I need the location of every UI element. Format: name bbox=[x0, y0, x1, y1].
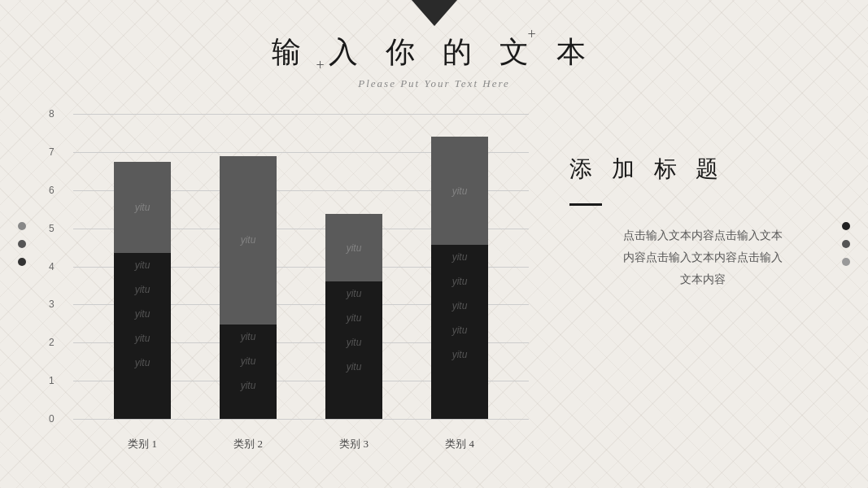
left-dot-3 bbox=[18, 258, 26, 266]
x-axis-label: 类别 2 bbox=[233, 437, 263, 451]
bar-group: yituyituyituyituyituyitu bbox=[114, 162, 171, 419]
yitu-watermark: yitu bbox=[135, 259, 150, 271]
page-title: 输 入 你 的 文 本 bbox=[0, 33, 868, 72]
left-dots bbox=[18, 222, 26, 266]
y-axis-label: 1 bbox=[49, 375, 55, 386]
y-axis-label: 4 bbox=[49, 261, 55, 272]
right-dot-2 bbox=[842, 240, 850, 248]
yitu-watermark: yitu bbox=[135, 333, 150, 344]
bar-stack: yituyituyituyituyituyitu bbox=[114, 162, 171, 419]
x-axis-label: 类别 1 bbox=[128, 437, 157, 451]
yitu-watermark: yitu bbox=[452, 276, 468, 287]
yitu-watermark: yitu bbox=[452, 300, 468, 312]
x-axis-label: 类别 4 bbox=[445, 437, 474, 451]
bar-bottom-segment: yituyituyituyituyitu bbox=[431, 245, 488, 419]
right-dots bbox=[842, 222, 850, 266]
bar-top-segment: yitu bbox=[220, 156, 277, 325]
bar-group: yituyituyituyituyitu bbox=[325, 214, 382, 419]
y-axis-label: 7 bbox=[49, 146, 55, 158]
yitu-watermark: yitu bbox=[347, 337, 362, 348]
y-axis-label: 5 bbox=[49, 223, 55, 234]
plus-decoration-2: + bbox=[316, 57, 325, 74]
title-underline bbox=[569, 203, 602, 206]
bar-bottom-segment: yituyituyitu bbox=[220, 325, 277, 419]
bar-group: yituyituyituyitu bbox=[220, 156, 277, 419]
right-panel: 添 加 标 题 点击输入文本内容点击输入文本内容点击输入文本内容点击输入文本内容 bbox=[537, 106, 835, 464]
bar-bottom-segment: yituyituyituyitu bbox=[325, 281, 382, 419]
x-axis-labels: 类别 1类别 2类别 3类别 4 bbox=[73, 437, 529, 451]
yitu-watermark: yitu bbox=[241, 331, 256, 342]
left-dot-2 bbox=[18, 240, 26, 248]
y-axis-label: 8 bbox=[49, 108, 55, 120]
yitu-watermark: yitu bbox=[135, 308, 150, 320]
yitu-watermark: yitu bbox=[135, 357, 150, 368]
right-dot-3 bbox=[842, 258, 850, 266]
yitu-watermark: yitu bbox=[347, 288, 362, 299]
bar-bottom-segment: yituyituyituyituyitu bbox=[114, 253, 171, 419]
bar-top-segment: yitu bbox=[325, 214, 382, 281]
bar-top-segment: yitu bbox=[431, 137, 488, 245]
left-dot-1 bbox=[18, 222, 26, 230]
yitu-watermark: yitu bbox=[241, 355, 256, 367]
grid-line bbox=[73, 419, 529, 420]
bar-stack: yituyituyituyituyitu bbox=[325, 214, 382, 419]
yitu-watermark: yitu bbox=[452, 325, 468, 336]
x-axis-label: 类别 3 bbox=[339, 437, 369, 451]
main-content: 012345678 yituyituyituyituyituyituyituyi… bbox=[33, 106, 835, 464]
header: + + 输 入 你 的 文 本 Please Put Your Text Her… bbox=[0, 33, 868, 90]
yitu-watermark: yitu bbox=[347, 361, 362, 373]
y-axis-label: 2 bbox=[49, 337, 55, 348]
bar-group: yituyituyituyituyituyitu bbox=[431, 137, 488, 419]
yitu-watermark: yitu bbox=[452, 251, 468, 263]
yitu-watermark: yitu bbox=[347, 312, 362, 324]
panel-title[interactable]: 添 加 标 题 bbox=[569, 155, 835, 184]
plus-decoration-1: + bbox=[528, 26, 536, 43]
bars-container: yituyituyituyituyituyituyituyituyituyitu… bbox=[73, 114, 529, 419]
y-axis-label: 0 bbox=[49, 413, 55, 425]
yitu-watermark: yitu bbox=[135, 284, 150, 295]
bar-top-segment: yitu bbox=[114, 162, 171, 253]
y-axis-label: 6 bbox=[49, 185, 55, 196]
panel-body-text[interactable]: 点击输入文本内容点击输入文本内容点击输入文本内容点击输入文本内容 bbox=[569, 225, 835, 290]
yitu-watermark: yitu bbox=[452, 349, 468, 360]
yitu-watermark: yitu bbox=[241, 380, 256, 391]
page-subtitle: Please Put Your Text Here bbox=[0, 77, 868, 90]
y-axis-label: 3 bbox=[49, 298, 55, 310]
bar-stack: yituyituyituyitu bbox=[220, 156, 277, 419]
top-arrow-decoration bbox=[412, 0, 457, 26]
right-dot-1 bbox=[842, 222, 850, 230]
chart-area: 012345678 yituyituyituyituyituyituyituyi… bbox=[33, 106, 537, 464]
bar-stack: yituyituyituyituyituyitu bbox=[431, 137, 488, 419]
